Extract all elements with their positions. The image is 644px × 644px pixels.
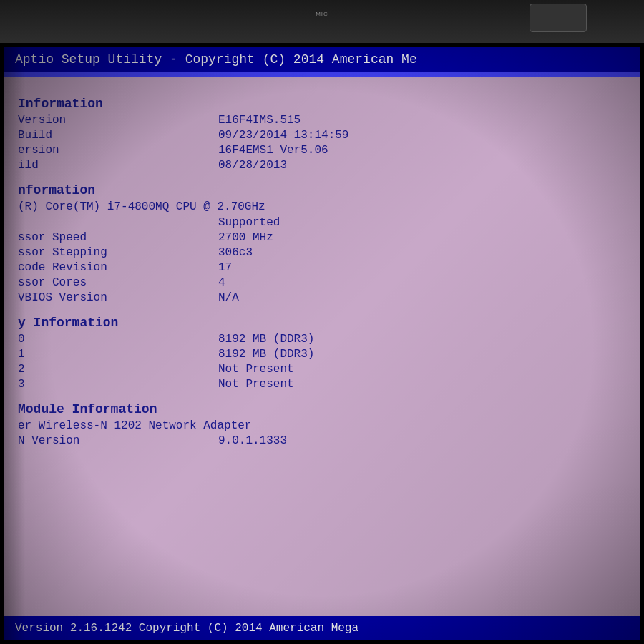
laptop-frame: MIC Aptio Setup Utility - Copyright (C) … bbox=[0, 0, 644, 644]
camera-area bbox=[530, 4, 587, 32]
bios-build2-row: ersion 16F4EMS1 Ver5.06 bbox=[18, 144, 626, 157]
cpu-microcode-row: code Revision 17 bbox=[18, 261, 626, 274]
cpu-speed-label: ssor Speed bbox=[18, 231, 218, 244]
cpu-stepping-label: ssor Stepping bbox=[18, 246, 218, 259]
mem-slot0-value: 8192 MB (DDR3) bbox=[218, 333, 314, 346]
cpu-speed-row: ssor Speed 2700 MHz bbox=[18, 231, 626, 244]
bios-build-label: Build bbox=[18, 129, 218, 142]
bottom-text: Version 2.16.1242 Copyright (C) 2014 Ame… bbox=[15, 622, 358, 635]
cpu-name-row: (R) Core(TM) i7-4800MQ CPU @ 2.70GHz bbox=[18, 200, 626, 213]
network-adapter-name: er Wireless-N 1202 Network Adapter bbox=[18, 419, 251, 432]
cpu-supported-label bbox=[18, 216, 218, 229]
cpu-supported-row: Supported bbox=[18, 216, 626, 229]
bios-version-value: E16F4IMS.515 bbox=[218, 114, 301, 127]
cpu-vbios-row: VBIOS Version N/A bbox=[18, 291, 626, 304]
network-adapter-row: er Wireless-N 1202 Network Adapter bbox=[18, 419, 626, 432]
mem-slot3-value: Not Present bbox=[218, 378, 294, 391]
bios-build2-label: ersion bbox=[18, 144, 218, 157]
mem-slot0-row: 0 8192 MB (DDR3) bbox=[18, 333, 626, 346]
cpu-section-header: nformation bbox=[18, 183, 626, 197]
mem-slot1-value: 8192 MB (DDR3) bbox=[218, 348, 314, 361]
mem-slot3-label: 3 bbox=[18, 378, 218, 391]
cpu-speed-value: 2700 MHz bbox=[218, 231, 273, 244]
mem-slot1-label: 1 bbox=[18, 348, 218, 361]
bios-build2-value: 16F4EMS1 Ver5.06 bbox=[218, 144, 328, 157]
cpu-supported-value: Supported bbox=[218, 216, 280, 229]
network-version-value: 9.0.1.1333 bbox=[218, 434, 287, 447]
bios-build-row: Build 09/23/2014 13:14:59 bbox=[18, 129, 626, 142]
top-bar: MIC bbox=[0, 0, 644, 43]
mem-slot3-row: 3 Not Present bbox=[18, 378, 626, 391]
network-section: Module Information er Wireless-N 1202 Ne… bbox=[18, 402, 626, 447]
cpu-cores-row: ssor Cores 4 bbox=[18, 276, 626, 289]
screen-bezel: Aptio Setup Utility - Copyright (C) 2014… bbox=[0, 43, 644, 644]
mem-slot2-row: 2 Not Present bbox=[18, 363, 626, 376]
cpu-name: (R) Core(TM) i7-4800MQ CPU @ 2.70GHz bbox=[18, 200, 265, 213]
cpu-vbios-value: N/A bbox=[218, 291, 239, 304]
mem-slot2-value: Not Present bbox=[218, 363, 294, 376]
cpu-microcode-value: 17 bbox=[218, 261, 232, 274]
bios-build-value: 09/23/2014 13:14:59 bbox=[218, 129, 348, 142]
mem-slot0-label: 0 bbox=[18, 333, 218, 346]
cpu-stepping-row: ssor Stepping 306c3 bbox=[18, 246, 626, 259]
title-text: Aptio Setup Utility - Copyright (C) 2014… bbox=[15, 52, 417, 67]
cpu-stepping-value: 306c3 bbox=[218, 246, 253, 259]
bios-screen: Aptio Setup Utility - Copyright (C) 2014… bbox=[4, 47, 640, 640]
content-area: Information Version E16F4IMS.515 Build 0… bbox=[4, 77, 640, 458]
bios-build3-label: ild bbox=[18, 159, 218, 172]
bios-build3-row: ild 08/28/2013 bbox=[18, 159, 626, 172]
mem-slot1-row: 1 8192 MB (DDR3) bbox=[18, 348, 626, 361]
network-version-label: N Version bbox=[18, 434, 218, 447]
cpu-cores-label: ssor Cores bbox=[18, 276, 218, 289]
mic-area: MIC bbox=[316, 11, 328, 17]
bottom-bar: Version 2.16.1242 Copyright (C) 2014 Ame… bbox=[4, 616, 640, 640]
cpu-microcode-label: code Revision bbox=[18, 261, 218, 274]
bios-section-header: Information bbox=[18, 97, 626, 111]
cpu-cores-value: 4 bbox=[218, 276, 225, 289]
bios-build3-value: 08/28/2013 bbox=[218, 159, 287, 172]
bios-version-row: Version E16F4IMS.515 bbox=[18, 114, 626, 127]
bios-version-label: Version bbox=[18, 114, 218, 127]
network-module-header: Module Information bbox=[18, 402, 626, 416]
network-version-row: N Version 9.0.1.1333 bbox=[18, 434, 626, 447]
title-bar: Aptio Setup Utility - Copyright (C) 2014… bbox=[4, 47, 640, 72]
mic-label: MIC bbox=[316, 11, 328, 17]
cpu-vbios-label: VBIOS Version bbox=[18, 291, 218, 304]
mem-slot2-label: 2 bbox=[18, 363, 218, 376]
memory-section-header: y Information bbox=[18, 316, 626, 330]
